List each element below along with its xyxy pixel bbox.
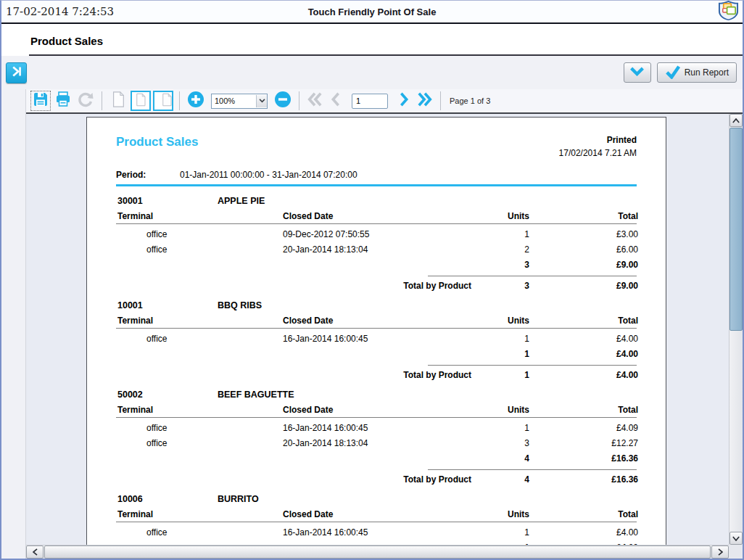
- col-closed-date: Closed Date: [283, 405, 471, 415]
- total-by-product-label: Total by Product: [283, 370, 471, 380]
- units-value: 3: [471, 438, 529, 448]
- period-label: Period:: [116, 170, 180, 180]
- product-name: BURRITO: [218, 494, 637, 504]
- scroll-down-button[interactable]: [729, 532, 743, 545]
- col-terminal: Terminal: [116, 509, 283, 519]
- zoom-out-icon: [273, 90, 292, 112]
- sale-row: office 16-Jan-2014 16:00:45 1 £4.09: [116, 418, 637, 433]
- terminal-value: office: [116, 527, 283, 538]
- printed-datetime: 17/02/2014 7.21 AM: [559, 148, 637, 158]
- toolbar-separator: [102, 91, 102, 110]
- next-page-button[interactable]: [394, 91, 413, 110]
- vertical-scroll-thumb[interactable]: [729, 128, 743, 331]
- collapsed-parameter-panel: [1, 89, 26, 559]
- zoom-in-button[interactable]: [186, 91, 206, 111]
- toolbar-separator: [179, 91, 180, 110]
- col-units: Units: [471, 211, 529, 221]
- col-closed-date: Closed Date: [283, 509, 471, 519]
- viewer-toolbar: 100%: [26, 89, 743, 114]
- col-terminal: Terminal: [116, 316, 283, 326]
- product-section: 10001 BBQ RIBS Terminal Closed Date Unit…: [116, 300, 637, 380]
- page-width-button[interactable]: [153, 91, 173, 111]
- col-units: Units: [471, 316, 529, 326]
- prev-page-button[interactable]: [326, 91, 345, 110]
- toolbar-separator: [440, 91, 441, 110]
- page-width-icon: [160, 92, 173, 110]
- col-total: Total: [529, 316, 638, 326]
- total-value: £4.09: [529, 423, 638, 433]
- total-by-product-row: Total by Product 1 £4.00: [116, 366, 637, 380]
- sale-row: office 20-Jan-2014 18:13:04 2 £6.00: [116, 239, 637, 255]
- col-total: Total: [529, 405, 638, 415]
- total-value: £4.00: [529, 334, 638, 344]
- col-total: Total: [529, 211, 638, 221]
- expand-parameters-button[interactable]: [6, 62, 27, 83]
- product-section: 50002 BEEF BAGUETTE Terminal Closed Date…: [116, 390, 637, 485]
- select-arrow-icon: [256, 95, 267, 107]
- report-options-dropdown-button[interactable]: [624, 62, 651, 83]
- scroll-left-button[interactable]: [26, 545, 44, 559]
- zoom-level-select[interactable]: 100%: [211, 94, 268, 109]
- page-number-input[interactable]: [352, 94, 388, 109]
- run-report-button[interactable]: Run Report: [657, 62, 737, 83]
- first-page-button[interactable]: [305, 91, 324, 110]
- subtotal-total: £4.00: [529, 349, 638, 359]
- print-button[interactable]: [53, 91, 73, 111]
- column-header-row: Terminal Closed Date Units Total: [116, 506, 637, 522]
- page-actual-size-button[interactable]: [108, 91, 128, 111]
- period-divider: [116, 184, 637, 186]
- product-code: 50002: [116, 390, 218, 400]
- total-value: £6.00: [529, 244, 638, 255]
- total-by-product-label: Total by Product: [283, 474, 471, 485]
- total-by-product-total: £16.36: [529, 474, 638, 485]
- next-page-icon: [399, 92, 409, 110]
- units-value: 1: [471, 423, 529, 433]
- vertical-scrollbar[interactable]: [729, 114, 743, 545]
- prev-page-icon: [331, 92, 341, 110]
- col-terminal: Terminal: [116, 211, 283, 221]
- product-header: 10006 BURRITO: [116, 494, 637, 504]
- zoom-level-value: 100%: [215, 96, 235, 105]
- total-by-product-units: 1: [471, 370, 529, 380]
- printed-label: Printed: [559, 135, 637, 145]
- page-fit-icon: [134, 92, 147, 110]
- page-fit-button[interactable]: [131, 91, 151, 111]
- vertical-scroll-track[interactable]: [729, 331, 743, 532]
- save-button[interactable]: [30, 91, 51, 111]
- chevron-down-icon: [629, 67, 645, 78]
- report-page: Product Sales Printed 17/02/2014 7.21 AM…: [86, 117, 666, 545]
- page-status: Page 1 of 3: [450, 96, 490, 105]
- last-page-button[interactable]: [416, 91, 434, 110]
- scroll-right-button[interactable]: [711, 545, 729, 559]
- horizontal-scroll-thumb[interactable]: [44, 545, 711, 559]
- first-page-icon: [307, 92, 323, 110]
- product-section: 30001 APPLE PIE Terminal Closed Date Uni…: [116, 196, 637, 291]
- product-name: APPLE PIE: [218, 196, 637, 206]
- sale-row: office 20-Jan-2014 18:13:04 3 £12.27: [116, 433, 637, 448]
- units-value: 2: [471, 244, 529, 255]
- sale-row: office 16-Jan-2014 16:00:45 1 £4.00: [116, 522, 637, 538]
- period-row: Period: 01-Jan-2011 00:00:00 - 31-Jan-20…: [116, 170, 637, 180]
- product-code: 30001: [116, 196, 218, 206]
- terminal-value: office: [116, 334, 283, 344]
- total-by-product-total: £9.00: [529, 281, 638, 291]
- product-header: 50002 BEEF BAGUETTE: [116, 390, 637, 400]
- total-by-product-label: Total by Product: [283, 281, 471, 291]
- units-value: 1: [471, 527, 529, 538]
- scroll-up-button[interactable]: [729, 114, 743, 127]
- units-value: 1: [471, 229, 529, 239]
- closed-date-value: 20-Jan-2014 18:13:04: [283, 244, 471, 255]
- app-window: 17-02-2014 7:24:53 Touch Friendly Point …: [0, 0, 744, 560]
- product-code: 10006: [116, 494, 218, 504]
- shield-logo-icon: [717, 0, 740, 24]
- units-value: 1: [471, 334, 529, 344]
- refresh-icon: [77, 91, 94, 111]
- total-value: £12.27: [529, 438, 638, 448]
- horizontal-scrollbar[interactable]: [26, 545, 729, 559]
- col-terminal: Terminal: [116, 405, 283, 415]
- report-viewer: 100%: [26, 89, 743, 559]
- zoom-out-button[interactable]: [273, 91, 293, 111]
- expand-panel-icon: [10, 65, 22, 81]
- refresh-button[interactable]: [75, 91, 96, 111]
- last-page-icon: [417, 92, 433, 110]
